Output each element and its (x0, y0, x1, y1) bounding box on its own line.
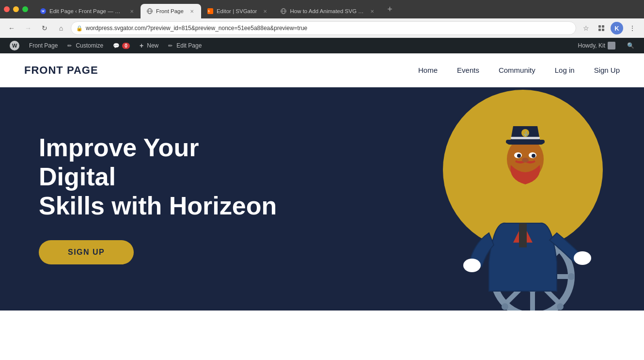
address-bar[interactable]: 🔒 wordpress.svgator.com/?preview_id=815&… (71, 21, 576, 35)
window-controls (4, 6, 28, 12)
comments-badge: 0 (122, 43, 130, 49)
tab-favicon-globe2 (280, 8, 287, 15)
tab-how-to[interactable]: How to Add Animated SVG to W... ✕ (274, 4, 381, 18)
tab-close-button[interactable]: ✕ (188, 8, 195, 15)
new-tab-button[interactable]: + (383, 2, 396, 16)
home-button[interactable]: ⌂ (54, 21, 68, 35)
wp-edit-page-label: Edit Page (176, 42, 202, 49)
menu-button[interactable]: ⋮ (626, 21, 639, 35)
wp-admin-right: Howdy, Kit 🔍 (573, 38, 639, 53)
svg-rect-10 (598, 25, 601, 28)
tab-favicon-globe (146, 8, 153, 15)
nav-item-home[interactable]: Home (418, 66, 438, 74)
hero-content: Improve Your Digital Skills with Horizeo… (39, 133, 281, 264)
search-icon: 🔍 (627, 42, 634, 49)
wp-front-page-label: Front Page (29, 42, 58, 49)
nav-item-community[interactable]: Community (499, 66, 535, 74)
svg-point-38 (574, 251, 591, 265)
wp-front-page-item[interactable]: Front Page (24, 38, 63, 53)
address-text: wordpress.svgator.com/?preview_id=815&pr… (86, 25, 571, 32)
svg-text:W: W (12, 43, 17, 49)
svg-point-34 (557, 303, 564, 310)
svg-point-37 (463, 259, 481, 272)
maximize-window-button[interactable] (22, 6, 28, 12)
wp-customize-label: Customize (76, 42, 103, 49)
tab-front-page[interactable]: Front Page ✕ (141, 4, 201, 18)
svg-text:⚓: ⚓ (523, 131, 529, 136)
hero-illustration: ⚓ (431, 87, 615, 311)
nav-bar: ← → ↻ ⌂ 🔒 wordpress.svgator.com/?preview… (0, 18, 644, 38)
forward-button[interactable]: → (21, 21, 35, 35)
tab-close-button[interactable]: ✕ (129, 8, 135, 15)
wp-howdy-label: Howdy, Kit (578, 42, 605, 49)
site-header: FRONT PAGE Home Events Community Log in … (0, 53, 644, 87)
wp-search-item[interactable]: 🔍 (622, 38, 639, 53)
wp-customize-item[interactable]: ✏ Customize (63, 38, 108, 53)
reload-button[interactable]: ↻ (38, 21, 51, 35)
svg-rect-47 (506, 140, 545, 144)
hero-signup-button[interactable]: SIGN UP (39, 240, 134, 264)
nav-item-signup[interactable]: Sign Up (594, 66, 620, 74)
hero-title: Improve Your Digital Skills with Horizeo… (39, 133, 281, 220)
svg-rect-13 (602, 29, 604, 31)
tab-label: Edit Page ‹ Front Page — WordP... (49, 8, 124, 14)
tab-favicon-wp: W (40, 8, 47, 15)
svg-rect-50 (511, 137, 540, 139)
tab-favicon-svg: S (207, 8, 214, 15)
wp-new-label: New (147, 42, 158, 49)
hero-section: Improve Your Digital Skills with Horizeo… (0, 87, 644, 311)
wp-howdy-item[interactable]: Howdy, Kit (573, 38, 622, 53)
bookmark-button[interactable]: ☆ (579, 21, 593, 35)
svg-point-30 (568, 273, 575, 280)
captain-svg: ⚓ (431, 87, 615, 311)
svg-point-44 (532, 154, 535, 158)
tab-label: How to Add Animated SVG to W... (290, 8, 364, 14)
wp-user-avatar (608, 42, 615, 49)
wp-comments-item[interactable]: 💬 0 (108, 38, 135, 53)
svg-rect-36 (519, 223, 527, 247)
svg-point-45 (522, 158, 529, 163)
nav-actions: ☆ K ⋮ (579, 21, 639, 35)
svg-point-35 (502, 303, 508, 310)
tab-label: Editor | SVGator (217, 8, 257, 14)
profile-avatar: K (611, 22, 623, 34)
wp-logo-item[interactable]: W (5, 38, 24, 53)
back-button[interactable]: ← (5, 21, 18, 35)
account-button[interactable]: K (610, 21, 624, 35)
tab-edit-page[interactable]: W Edit Page ‹ Front Page — WordP... ✕ (34, 4, 141, 18)
minimize-window-button[interactable] (13, 6, 19, 12)
main-content: FRONT PAGE Home Events Community Log in … (0, 53, 644, 311)
wp-new-item[interactable]: + New (135, 38, 163, 53)
wp-admin-bar: W Front Page ✏ Customize 💬 0 + New ✏ Edi… (0, 38, 644, 53)
site-nav: Home Events Community Log in Sign Up (418, 66, 620, 74)
extensions-button[interactable] (595, 21, 608, 35)
tab-bar: W Edit Page ‹ Front Page — WordP... ✕ Fr… (0, 0, 644, 18)
hero-title-line2: Skills with Horizeon (39, 192, 277, 220)
tab-svgator[interactable]: S Editor | SVGator ✕ (201, 4, 275, 18)
svg-point-43 (517, 154, 521, 158)
tab-close-button[interactable]: ✕ (262, 8, 268, 15)
nav-item-events[interactable]: Events (457, 66, 479, 74)
site-logo: FRONT PAGE (24, 64, 98, 77)
svg-text:W: W (42, 10, 45, 13)
tab-close-button[interactable]: ✕ (369, 8, 375, 15)
svg-rect-12 (598, 29, 601, 31)
wp-edit-page-item[interactable]: ✏ Edit Page (163, 38, 206, 53)
hero-title-line1: Improve Your Digital (39, 133, 199, 191)
svg-rect-11 (602, 25, 604, 28)
tab-label: Front Page (156, 8, 184, 14)
lock-icon: 🔒 (76, 25, 83, 32)
nav-item-login[interactable]: Log in (555, 66, 575, 74)
close-window-button[interactable] (4, 6, 10, 12)
